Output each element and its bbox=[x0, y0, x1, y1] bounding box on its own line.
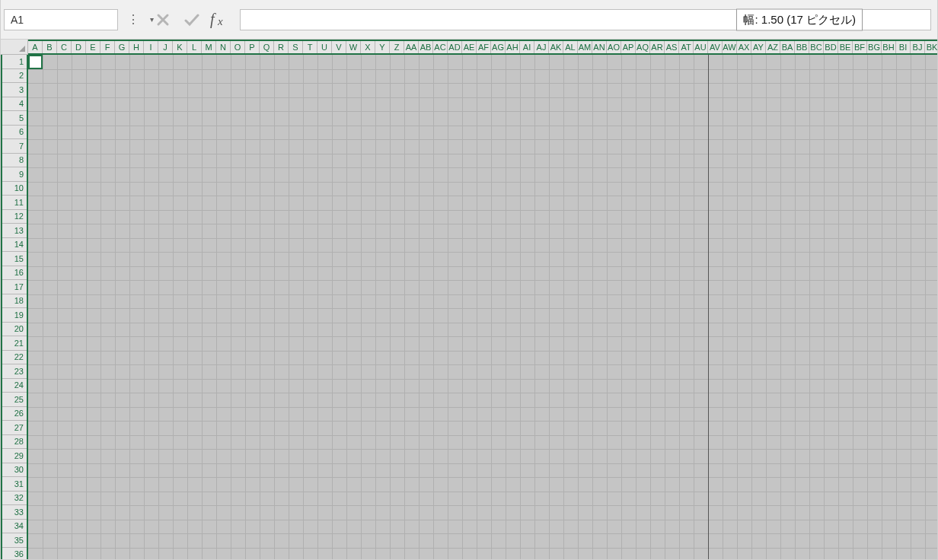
column-header[interactable]: AR bbox=[650, 41, 665, 53]
column-header[interactable]: V bbox=[332, 41, 346, 53]
row-header[interactable]: 19 bbox=[2, 308, 27, 323]
column-header[interactable]: J bbox=[158, 41, 173, 53]
column-header[interactable]: A bbox=[28, 41, 43, 53]
column-header[interactable]: AD bbox=[448, 41, 462, 53]
column-header[interactable]: AH bbox=[506, 41, 520, 53]
column-header[interactable]: BB bbox=[795, 41, 809, 53]
column-header[interactable]: AM bbox=[578, 41, 592, 53]
column-header[interactable]: AP bbox=[621, 41, 636, 53]
column-header[interactable]: AE bbox=[462, 41, 477, 53]
column-header[interactable]: AX bbox=[737, 41, 751, 53]
column-header[interactable]: AQ bbox=[636, 41, 650, 53]
row-header[interactable]: 28 bbox=[2, 435, 27, 450]
column-header[interactable]: BC bbox=[809, 41, 824, 53]
spreadsheet-grid[interactable]: ABCDEFGHIJKLMNOPQRSTUVWXYZAAABACADAEAFAG… bbox=[1, 40, 937, 559]
row-header[interactable]: 21 bbox=[2, 336, 27, 351]
row-header[interactable]: 14 bbox=[2, 238, 27, 253]
row-header[interactable]: 30 bbox=[2, 463, 27, 478]
row-header[interactable]: 5 bbox=[2, 111, 27, 126]
row-header[interactable]: 20 bbox=[2, 323, 27, 337]
row-header[interactable]: 22 bbox=[2, 351, 27, 365]
column-header[interactable]: AY bbox=[751, 41, 766, 53]
column-header[interactable]: AI bbox=[520, 41, 534, 53]
column-header[interactable]: I bbox=[144, 41, 158, 53]
column-header[interactable]: AB bbox=[419, 41, 433, 53]
column-header[interactable]: O bbox=[231, 41, 245, 53]
column-header[interactable]: BK bbox=[925, 41, 937, 53]
row-header[interactable]: 7 bbox=[2, 139, 27, 154]
column-header[interactable]: AG bbox=[491, 41, 506, 53]
row-header[interactable]: 16 bbox=[2, 266, 27, 281]
row-header[interactable]: 26 bbox=[2, 407, 27, 422]
select-all-corner[interactable] bbox=[1, 40, 28, 55]
column-header[interactable]: AK bbox=[549, 41, 563, 53]
row-header[interactable]: 34 bbox=[2, 520, 27, 534]
column-header[interactable]: G bbox=[115, 41, 129, 53]
column-header[interactable]: Z bbox=[390, 41, 404, 53]
column-header[interactable]: E bbox=[86, 41, 100, 53]
row-header[interactable]: 2 bbox=[2, 69, 27, 84]
row-header[interactable]: 1 bbox=[2, 55, 27, 69]
row-header[interactable]: 25 bbox=[2, 393, 27, 407]
cell-grid[interactable] bbox=[28, 55, 937, 559]
column-header[interactable]: BF bbox=[853, 41, 867, 53]
column-header[interactable]: AO bbox=[607, 41, 621, 53]
column-header[interactable]: B bbox=[43, 41, 57, 53]
fx-icon[interactable]: f x bbox=[208, 9, 234, 30]
row-header[interactable]: 31 bbox=[2, 477, 27, 492]
row-header[interactable]: 33 bbox=[2, 505, 27, 520]
row-header[interactable]: 3 bbox=[2, 83, 27, 97]
column-header[interactable]: AL bbox=[563, 41, 578, 53]
column-header[interactable]: Y bbox=[375, 41, 390, 53]
column-header[interactable]: H bbox=[129, 41, 144, 53]
column-header[interactable]: AJ bbox=[534, 41, 549, 53]
column-header[interactable]: AF bbox=[477, 41, 491, 53]
column-header[interactable]: AS bbox=[665, 41, 679, 53]
column-header[interactable]: L bbox=[187, 41, 202, 53]
column-header[interactable]: AU bbox=[694, 41, 708, 53]
row-headers[interactable]: 1234567891011121314151617181920212223242… bbox=[1, 55, 28, 559]
row-header[interactable]: 36 bbox=[2, 548, 27, 560]
column-header[interactable]: BA bbox=[780, 41, 795, 53]
column-header[interactable]: S bbox=[289, 41, 303, 53]
row-header[interactable]: 12 bbox=[2, 210, 27, 224]
column-header[interactable]: AT bbox=[679, 41, 694, 53]
row-header[interactable]: 18 bbox=[2, 294, 27, 309]
column-header[interactable]: U bbox=[317, 41, 332, 53]
column-header[interactable]: AA bbox=[404, 41, 419, 53]
name-box[interactable]: ▾ bbox=[4, 9, 118, 30]
column-header[interactable]: BI bbox=[896, 41, 911, 53]
column-header[interactable]: AN bbox=[592, 41, 607, 53]
row-header[interactable]: 23 bbox=[2, 364, 27, 379]
column-header[interactable]: BG bbox=[867, 41, 882, 53]
row-header[interactable]: 35 bbox=[2, 533, 27, 548]
row-header[interactable]: 29 bbox=[2, 449, 27, 463]
row-header[interactable]: 9 bbox=[2, 167, 27, 182]
column-headers[interactable]: ABCDEFGHIJKLMNOPQRSTUVWXYZAAABACADAEAFAG… bbox=[28, 40, 937, 55]
column-header[interactable]: BH bbox=[882, 41, 896, 53]
column-header[interactable]: F bbox=[100, 41, 115, 53]
column-header[interactable]: X bbox=[361, 41, 375, 53]
column-header[interactable]: BJ bbox=[911, 41, 925, 53]
column-header[interactable]: N bbox=[216, 41, 231, 53]
row-header[interactable]: 4 bbox=[2, 97, 27, 112]
row-header[interactable]: 11 bbox=[2, 196, 27, 210]
more-icon[interactable]: ⋮ bbox=[123, 9, 144, 30]
column-header[interactable]: K bbox=[173, 41, 187, 53]
row-header[interactable]: 15 bbox=[2, 252, 27, 266]
column-header[interactable]: R bbox=[274, 41, 289, 53]
column-header[interactable]: D bbox=[72, 41, 86, 53]
column-header[interactable]: C bbox=[57, 41, 72, 53]
active-cell[interactable] bbox=[28, 55, 43, 69]
column-header[interactable]: M bbox=[202, 41, 216, 53]
column-header[interactable]: AV bbox=[708, 41, 723, 53]
column-header[interactable]: P bbox=[245, 41, 260, 53]
row-header[interactable]: 6 bbox=[2, 126, 27, 140]
row-header[interactable]: 24 bbox=[2, 379, 27, 393]
column-header[interactable]: T bbox=[303, 41, 317, 53]
row-header[interactable]: 13 bbox=[2, 224, 27, 238]
column-header[interactable]: BD bbox=[824, 41, 838, 53]
column-header[interactable]: AW bbox=[723, 41, 737, 53]
row-header[interactable]: 17 bbox=[2, 280, 27, 294]
column-header[interactable]: W bbox=[346, 41, 361, 53]
